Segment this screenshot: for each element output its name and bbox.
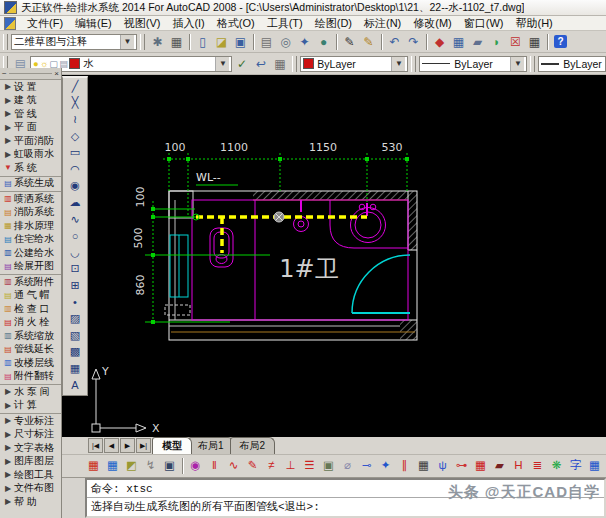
publish-icon[interactable]: ✦ [295, 32, 314, 52]
region-icon[interactable]: ▩ [64, 344, 86, 361]
toolbar-grip[interactable] [140, 34, 145, 50]
pencil-icon[interactable]: ✎ [340, 32, 359, 52]
tz-block-icon[interactable]: ▣ [319, 456, 338, 476]
spline-icon[interactable]: ∿ [64, 211, 86, 228]
tz-connect-icon[interactable]: ⊸ [357, 456, 376, 476]
tab-nav-button[interactable]: |◀ [88, 438, 103, 453]
chevron-down-icon[interactable]: ▼ [120, 35, 134, 49]
tz-riser-icon[interactable]: ⊥ [281, 456, 300, 476]
toolbar-grip[interactable] [292, 56, 297, 72]
tz-paint-icon[interactable]: ❋ [547, 456, 566, 476]
sidebar-item-pipeline[interactable]: ▶ 管 线 [0, 107, 61, 121]
workspace-combo[interactable]: 二维草图与注释 ▼ [11, 34, 137, 50]
wl-riser-label[interactable]: WL-- [196, 171, 238, 185]
rectangle-icon[interactable]: ▭ [64, 144, 86, 161]
sidebar-item-public-water[interactable]: ▥ 公建给水 [0, 246, 61, 260]
tz-text-style-icon[interactable]: 字 [566, 456, 585, 476]
tz-valve-icon[interactable]: ✦ [376, 456, 395, 476]
toolbar-grip[interactable] [530, 56, 535, 72]
tab-nav-button[interactable]: ◀ [104, 438, 119, 453]
menu-window[interactable]: 窗口(W) [458, 15, 510, 32]
brush-icon[interactable]: ✎ [359, 32, 378, 52]
tz-pipe-icon[interactable]: ‖ [205, 456, 224, 476]
tz-style-icon[interactable]: ◩ [122, 456, 141, 476]
toolbar-grip[interactable] [3, 34, 8, 50]
polyline-icon[interactable]: ≀ [64, 111, 86, 128]
tz-flag-icon[interactable]: ▰ [490, 456, 509, 476]
tz-break-pipe-icon[interactable]: H [509, 456, 528, 476]
tz-slope-icon[interactable]: ≠ [262, 456, 281, 476]
sidebar-item-accessory-flip[interactable]: ▤ 附件翻转 [0, 370, 61, 384]
sidebar-item-inspection-port[interactable]: ▥ 检 查 口 [0, 302, 61, 316]
make-block-icon[interactable]: ⊞ [64, 277, 86, 294]
help-icon[interactable]: ? [551, 32, 570, 52]
revision-cloud-icon[interactable]: ☁ [64, 194, 86, 211]
sidebar-item-calculation[interactable]: ▶ 计 算 [0, 399, 61, 413]
tz-convert-icon[interactable]: ◗ [487, 32, 506, 52]
tz-radiator-icon[interactable]: ▦ [471, 456, 490, 476]
tz-layout-icon[interactable]: ▦ [103, 456, 122, 476]
menu-format[interactable]: 格式(O) [211, 15, 261, 32]
redo-icon[interactable]: ↷ [404, 32, 423, 52]
sidebar-item-library-layer[interactable]: ▶ 图库图层 [0, 455, 61, 469]
sidebar-item-fire-system[interactable]: ▤ 消防系统 [0, 206, 61, 220]
tz-library-icon[interactable]: ▦ [449, 32, 468, 52]
sidebar-item-system-accessory[interactable]: ▥ 系统附件 [0, 274, 61, 289]
tab-nav-button[interactable]: ▶ [120, 438, 135, 453]
sidebar-item-fire-hydrant[interactable]: ▤ 消 火 栓 [0, 316, 61, 330]
tz-erase-icon[interactable]: ☒ [506, 32, 525, 52]
workspace-switch-icon[interactable]: ▦ [167, 32, 186, 52]
gradient-icon[interactable]: ▧ [64, 327, 86, 344]
tz-stack-icon[interactable]: ≣ [528, 456, 547, 476]
point-icon[interactable]: • [64, 294, 86, 311]
tz-measure-icon[interactable]: ⌀ [338, 456, 357, 476]
hatch-icon[interactable]: ▨ [64, 310, 86, 327]
tz-grid-icon[interactable]: ▦ [414, 456, 433, 476]
pipe-shaft[interactable] [170, 235, 188, 297]
insert-block-icon[interactable]: ⊡ [64, 261, 86, 278]
sidebar-item-system[interactable]: ▼ 系 统 [0, 161, 61, 175]
door[interactable] [352, 255, 410, 313]
close-icon[interactable]: × [54, 69, 59, 78]
line-icon[interactable]: ╱ [64, 78, 86, 95]
ellipse-icon[interactable]: ○ [64, 227, 86, 244]
new-file-icon[interactable]: ▯ [193, 32, 212, 52]
sidebar-item-draw-tools[interactable]: ▶ 绘图工具 [0, 468, 61, 482]
hyperlink-icon[interactable]: ● [314, 32, 333, 52]
sidebar-item-plan[interactable]: ▶ 平 面 [0, 121, 61, 135]
room-label[interactable]: 1#卫 [279, 255, 338, 283]
menu-draw[interactable]: 绘图(D) [309, 15, 358, 32]
wash-basin[interactable] [330, 200, 408, 248]
make-object-layer-current-icon[interactable]: ✓ [232, 54, 251, 74]
save-icon[interactable]: ▣ [231, 32, 250, 52]
arc-icon[interactable]: ◠ [64, 161, 86, 178]
plot-icon[interactable]: ▤ [257, 32, 276, 52]
lineweight-combo[interactable]: ByLayer [538, 56, 606, 72]
tz-save-icon[interactable]: ▣ [160, 456, 179, 476]
tz-lightning-icon[interactable]: ↯ [141, 456, 160, 476]
open-file-icon[interactable]: ◪ [212, 32, 231, 52]
menu-modify[interactable]: 修改(M) [407, 15, 458, 32]
sidebar-item-siphon-rain[interactable]: ▶ 虹吸雨水 [0, 148, 61, 162]
workspace-settings-icon[interactable]: ✱ [148, 32, 167, 52]
tz-node-icon[interactable]: ⊶ [452, 456, 471, 476]
collapse-icon[interactable]: − [2, 69, 7, 78]
tz-multiline-icon[interactable]: ☰ [300, 456, 319, 476]
menu-view[interactable]: 视图(V) [118, 15, 167, 32]
sidebar-item-vent-cap[interactable]: ▤ 通 气 帽 [0, 289, 61, 303]
chevron-down-icon[interactable]: ▼ [391, 57, 405, 71]
construction-line-icon[interactable]: ╳ [64, 95, 86, 112]
tz-custom-icon[interactable]: ◆ [430, 32, 449, 52]
sidebar-item-plan-fire[interactable]: ▶ 平面消防 [0, 134, 61, 148]
plot-preview-icon[interactable]: ◎ [276, 32, 295, 52]
sidebar-item-settings[interactable]: ▶ 设 置 [0, 80, 61, 94]
polygon-icon[interactable]: ◇ [64, 128, 86, 145]
sidebar-item-file-layout[interactable]: ▶ 文件布图 [0, 482, 61, 496]
mtext-icon[interactable]: A [64, 377, 86, 394]
tz-draw-pipe-icon[interactable]: ✎ [243, 456, 262, 476]
sidebar-item-expand-diagram[interactable]: ▤ 绘展开图 [0, 260, 61, 274]
tz-file-icon[interactable]: ▰ [468, 32, 487, 52]
tz-break-icon[interactable]: ∥ [395, 456, 414, 476]
tz-palette-icon[interactable]: ▦ [84, 456, 103, 476]
sidebar-item-help[interactable]: ▶ 帮 助 [0, 495, 61, 509]
